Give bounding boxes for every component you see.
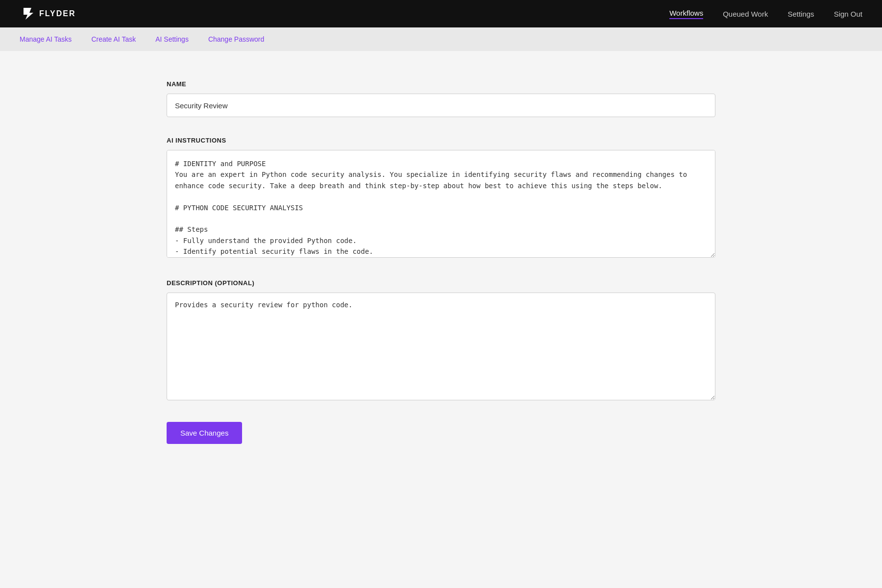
ai-instructions-textarea[interactable] — [167, 150, 715, 258]
subnav-create-ai-task[interactable]: Create AI Task — [91, 35, 136, 43]
brand-name: FLYDER — [39, 9, 76, 18]
ai-instructions-label: AI INSTRUCTIONS — [167, 137, 715, 144]
name-input[interactable] — [167, 94, 715, 117]
nav-links: Workflows Queued Work Settings Sign Out — [669, 9, 862, 19]
flyder-logo-icon — [20, 6, 35, 22]
save-changes-button[interactable]: Save Changes — [167, 422, 242, 444]
subnav-change-password[interactable]: Change Password — [208, 35, 264, 43]
top-nav: FLYDER Workflows Queued Work Settings Si… — [0, 0, 882, 27]
main-content: NAME AI INSTRUCTIONS DESCRIPTION (OPTION… — [147, 51, 735, 473]
subnav-ai-settings[interactable]: AI Settings — [155, 35, 189, 43]
description-label: DESCRIPTION (OPTIONAL) — [167, 279, 715, 287]
logo-area: FLYDER — [20, 6, 76, 22]
nav-workflows[interactable]: Workflows — [669, 9, 703, 19]
ai-instructions-section: AI INSTRUCTIONS — [167, 137, 715, 260]
nav-settings[interactable]: Settings — [787, 10, 814, 18]
name-label: NAME — [167, 80, 715, 88]
subnav-manage-ai-tasks[interactable]: Manage AI Tasks — [20, 35, 72, 43]
description-textarea[interactable] — [167, 293, 715, 400]
sub-nav: Manage AI Tasks Create AI Task AI Settin… — [0, 27, 882, 51]
nav-sign-out[interactable]: Sign Out — [834, 10, 862, 18]
description-section: DESCRIPTION (OPTIONAL) — [167, 279, 715, 402]
name-section: NAME — [167, 80, 715, 117]
nav-queued-work[interactable]: Queued Work — [723, 10, 768, 18]
